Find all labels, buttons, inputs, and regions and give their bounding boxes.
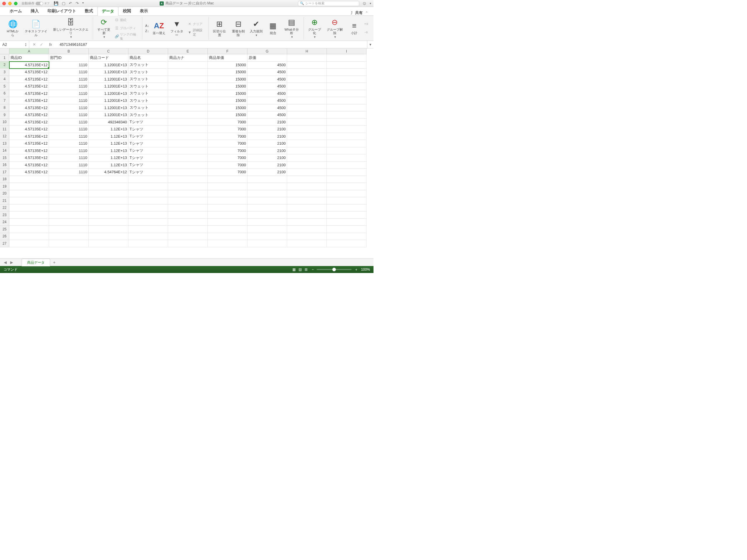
cell-D27[interactable] <box>128 240 168 247</box>
cell-F18[interactable] <box>208 176 248 183</box>
tab-挿入[interactable]: 挿入 <box>26 6 43 16</box>
zoom-slider[interactable] <box>317 269 352 270</box>
cell-D5[interactable]: スウェット <box>128 83 168 90</box>
cell-H18[interactable] <box>287 176 327 183</box>
share-button[interactable]: 共有 <box>355 10 363 16</box>
cell-F5[interactable]: 15000 <box>208 83 248 90</box>
cell-A10[interactable]: 4.57135E+12 <box>9 119 49 126</box>
cell-B18[interactable] <box>49 176 89 183</box>
cell-G9[interactable]: 4500 <box>248 111 287 119</box>
cell-G15[interactable]: 2100 <box>248 154 287 162</box>
cell-E2[interactable] <box>168 61 208 69</box>
cell-A7[interactable]: 4.57135E+12 <box>9 97 49 104</box>
row-header-2[interactable]: 2 <box>0 61 9 69</box>
cell-E6[interactable] <box>168 90 208 98</box>
cell-D18[interactable] <box>128 176 168 183</box>
row-header-1[interactable]: 1 <box>0 54 9 61</box>
data-validation-button[interactable]: ✔入力規則▼ <box>249 20 263 37</box>
zoom-level[interactable]: 100% <box>361 267 370 271</box>
cell-G27[interactable] <box>248 240 287 247</box>
cell-B12[interactable]: 1110 <box>49 133 89 140</box>
cell-A18[interactable] <box>9 176 49 183</box>
cell-G12[interactable]: 2100 <box>248 133 287 140</box>
cell-H27[interactable] <box>287 240 327 247</box>
cell-D12[interactable]: Tシャツ <box>128 133 168 140</box>
cell-D24[interactable] <box>128 219 168 226</box>
zoom-window-button[interactable] <box>14 2 18 5</box>
whatif-button[interactable]: ▤What-If 分析▼ <box>283 18 301 39</box>
cell-F23[interactable] <box>208 211 248 219</box>
cell-B5[interactable]: 1110 <box>49 83 89 90</box>
column-header-E[interactable]: E <box>168 48 208 54</box>
cell-A11[interactable]: 4.57135E+12 <box>9 126 49 133</box>
cell-H22[interactable] <box>287 205 327 212</box>
qat-more-icon[interactable]: ▾ <box>82 1 84 5</box>
cancel-icon[interactable]: ✕ <box>33 42 36 47</box>
cell-F20[interactable] <box>208 190 248 197</box>
connections-button[interactable]: ⊡接続 <box>115 16 139 24</box>
cell-D15[interactable]: Tシャツ <box>128 154 168 162</box>
cell-F7[interactable]: 15000 <box>208 97 248 104</box>
cell-I19[interactable] <box>327 183 366 190</box>
name-box[interactable]: A2 ▴▾ <box>0 41 29 48</box>
cell-C11[interactable]: 1.12E+13 <box>89 126 128 133</box>
cell-F19[interactable] <box>208 183 248 190</box>
cell-A13[interactable]: 4.57135E+12 <box>9 140 49 147</box>
tab-印刷レイアウト[interactable]: 印刷レイアウト <box>43 6 80 16</box>
group-button[interactable]: ⊕グループ化▼ <box>307 18 323 39</box>
sort-button[interactable]: AZ並べ替え <box>152 21 166 35</box>
save-alt-icon[interactable]: ▢ <box>62 1 66 5</box>
close-window-button[interactable] <box>2 2 6 5</box>
cell-C25[interactable] <box>89 226 128 233</box>
cell-B15[interactable]: 1110 <box>49 154 89 162</box>
cell-I3[interactable] <box>327 69 366 76</box>
sheet-tab[interactable]: 商品データ <box>22 259 50 266</box>
cell-H15[interactable] <box>287 154 327 162</box>
cell-A23[interactable] <box>9 211 49 219</box>
cell-A20[interactable] <box>9 190 49 197</box>
cell-A14[interactable]: 4.57135E+12 <box>9 147 49 155</box>
cell-E23[interactable] <box>168 211 208 219</box>
cell-B26[interactable] <box>49 233 89 240</box>
cell-D13[interactable]: Tシャツ <box>128 140 168 147</box>
cell-C19[interactable] <box>89 183 128 190</box>
cell-C12[interactable]: 1.12E+13 <box>89 133 128 140</box>
tab-ホーム[interactable]: ホーム <box>5 6 26 16</box>
cell-B13[interactable]: 1110 <box>49 140 89 147</box>
cell-E21[interactable] <box>168 197 208 205</box>
cell-I6[interactable] <box>327 90 366 98</box>
cell-I16[interactable] <box>327 162 366 169</box>
cell-H5[interactable] <box>287 83 327 90</box>
sheet-nav-prev-icon[interactable]: ◀ <box>2 260 8 265</box>
expand-formula-bar-icon[interactable]: ▾ <box>367 41 374 48</box>
page-layout-view-icon[interactable]: ▤ <box>299 267 302 271</box>
cell-H26[interactable] <box>287 233 327 240</box>
cell-F25[interactable] <box>208 226 248 233</box>
cell-D2[interactable]: スウェット <box>128 61 168 69</box>
cell-F15[interactable]: 7000 <box>208 154 248 162</box>
tab-数式[interactable]: 数式 <box>80 6 98 16</box>
cell-G14[interactable]: 2100 <box>248 147 287 155</box>
cell-E14[interactable] <box>168 147 208 155</box>
cell-E8[interactable] <box>168 104 208 112</box>
cell-D14[interactable]: Tシャツ <box>128 147 168 155</box>
cell-F8[interactable]: 15000 <box>208 104 248 112</box>
cell-H10[interactable] <box>287 119 327 126</box>
cell-A15[interactable]: 4.57135E+12 <box>9 154 49 162</box>
cell-G16[interactable]: 2100 <box>248 162 287 169</box>
cell-A5[interactable]: 4.57135E+12 <box>9 83 49 90</box>
cell-G2[interactable]: 4500 <box>248 61 287 69</box>
row-header-21[interactable]: 21 <box>0 197 9 205</box>
cell-G6[interactable]: 4500 <box>248 90 287 98</box>
cell-E11[interactable] <box>168 126 208 133</box>
tab-校閲[interactable]: 校閲 <box>119 6 135 16</box>
row-header-25[interactable]: 25 <box>0 226 9 233</box>
cell-G21[interactable] <box>248 197 287 205</box>
cell-B20[interactable] <box>49 190 89 197</box>
cell-C7[interactable]: 1.12001E+13 <box>89 97 128 104</box>
cell-I8[interactable] <box>327 104 366 112</box>
cell-B11[interactable]: 1110 <box>49 126 89 133</box>
cell-G11[interactable]: 2100 <box>248 126 287 133</box>
cell-C9[interactable]: 1.12001E+13 <box>89 111 128 119</box>
row-header-9[interactable]: 9 <box>0 111 9 119</box>
